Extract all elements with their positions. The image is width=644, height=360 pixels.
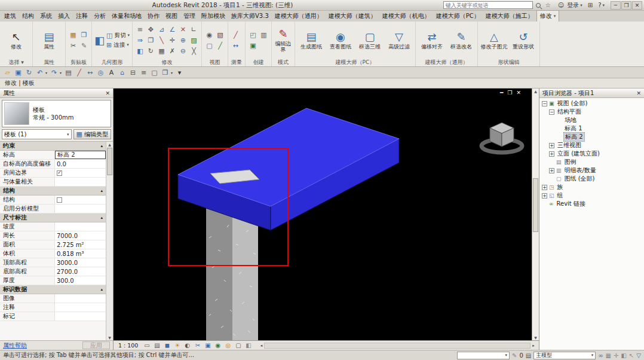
panel-measure-label[interactable]: 测量 bbox=[228, 59, 245, 66]
expander-icon[interactable]: + bbox=[549, 143, 554, 148]
match-type-icon[interactable]: ✎ bbox=[79, 41, 89, 51]
measure-between-icon[interactable]: ╱ bbox=[231, 30, 241, 40]
viewport-horizontal-scrollbar[interactable]: ◂ ▸ bbox=[258, 342, 536, 349]
box-select-3d-button[interactable]: ▢框选三维 bbox=[356, 30, 384, 50]
mirror-icon[interactable]: ◧ bbox=[135, 46, 145, 56]
property-value-room-bounding[interactable]: ✓ bbox=[55, 169, 106, 177]
panel-mode-label[interactable]: 模式 bbox=[272, 59, 295, 66]
property-value-structural[interactable] bbox=[55, 196, 106, 204]
scrollbar-thumb[interactable] bbox=[107, 148, 112, 175]
tab-modeling-master-pc[interactable]: 建模大师（PC） bbox=[433, 11, 483, 22]
tab-systems[interactable]: 系统 bbox=[37, 11, 55, 22]
tree-item-site[interactable]: 场地 bbox=[539, 116, 644, 124]
scroll-left-icon[interactable]: ◂ bbox=[258, 343, 264, 348]
tab-modeling-master-general[interactable]: 建模大师（通用） bbox=[272, 11, 326, 22]
tree-item-schedules[interactable]: +▥明细表/数量 bbox=[539, 166, 644, 175]
generate-sheet-button[interactable]: ▤生成图纸 bbox=[298, 30, 325, 50]
property-value-elevation-top[interactable]: 3000.0 bbox=[55, 258, 106, 267]
tree-item-level-1[interactable]: 标高 1 bbox=[539, 124, 644, 133]
expander-icon[interactable]: − bbox=[549, 109, 554, 115]
analytical-model-icon[interactable]: ◧ bbox=[244, 341, 253, 350]
expander-icon[interactable]: + bbox=[549, 151, 554, 157]
design-option-dropdown[interactable]: 主模型▾ bbox=[533, 352, 596, 359]
panel-properties-label[interactable]: 属性 bbox=[33, 59, 65, 66]
create-group-icon[interactable]: ◰ bbox=[248, 30, 258, 40]
panel-clipboard-label[interactable]: 剪贴板 bbox=[66, 59, 91, 66]
reveal-hidden-icon[interactable]: ◎ bbox=[223, 341, 232, 350]
copy-icon[interactable]: ❐ bbox=[146, 35, 156, 45]
tree-item-3d-views[interactable]: +三维视图 bbox=[539, 141, 644, 150]
save-icon[interactable]: ▣ bbox=[13, 68, 23, 77]
window-close-icon[interactable]: ✕ bbox=[632, 1, 642, 10]
rotate-icon[interactable]: ↻ bbox=[146, 46, 156, 56]
create-similar-icon[interactable]: ▣ bbox=[248, 41, 258, 51]
expander-icon[interactable]: + bbox=[542, 193, 547, 199]
demolish-icon[interactable]: ╳ bbox=[189, 46, 199, 56]
tree-item-structural-plans[interactable]: −结构平面 bbox=[539, 108, 644, 116]
filter-icon[interactable]: ▽ bbox=[636, 352, 641, 359]
tab-modeling-master-arch[interactable]: 建模大师（建筑） bbox=[326, 11, 379, 22]
tab-massing-site[interactable]: 体量和场地 bbox=[109, 11, 145, 22]
scrollbar-track[interactable] bbox=[264, 343, 530, 349]
scroll-up-icon[interactable]: ▲ bbox=[108, 142, 111, 147]
scroll-down-icon[interactable]: ▼ bbox=[108, 335, 111, 340]
temporary-hide-isolate-icon[interactable]: ◉ bbox=[213, 341, 222, 350]
panel-modify-label[interactable]: 修改 bbox=[133, 59, 201, 66]
select-links-icon[interactable]: ∞ bbox=[598, 352, 603, 359]
crop-view-icon[interactable]: ✂ bbox=[193, 341, 202, 350]
modify-sub-elements-button[interactable]: △修改子图元 bbox=[480, 30, 508, 50]
edit-boundary-button[interactable]: ✎编辑边界 bbox=[274, 27, 292, 53]
property-value-elevation-bottom[interactable]: 2700.0 bbox=[55, 267, 106, 276]
tab-architecture[interactable]: 建筑 bbox=[1, 11, 19, 22]
property-value-thickness[interactable]: 300.0 bbox=[55, 276, 106, 285]
join-icon[interactable]: ⊕ bbox=[178, 35, 188, 45]
offset-icon[interactable]: ⇒ bbox=[135, 35, 145, 45]
crop-region-icon[interactable]: ▣ bbox=[203, 341, 212, 350]
property-value-slope[interactable] bbox=[55, 222, 106, 231]
scroll-up-icon[interactable]: ▲ bbox=[534, 89, 537, 93]
property-value-related-to-mass[interactable] bbox=[55, 178, 106, 186]
property-value-height-offset-from-level[interactable]: 0.0 bbox=[55, 160, 106, 168]
temporary-view-properties-icon[interactable]: ▢ bbox=[234, 341, 243, 350]
join-geometry-button[interactable]: ⊞连接▾ bbox=[106, 41, 130, 49]
element-filter-dropdown[interactable]: 楼板 (1) ▾ bbox=[2, 129, 72, 139]
property-value-image[interactable] bbox=[55, 294, 106, 303]
3d-canvas[interactable]: ━❐✕ bbox=[114, 89, 532, 340]
sync-icon[interactable]: ↻ bbox=[24, 68, 34, 77]
type-selector[interactable]: 楼板 常规 - 300mm bbox=[2, 100, 111, 127]
viewport-close-icon[interactable]: ✕ bbox=[516, 90, 521, 96]
offset-align-button[interactable]: ⇄偏移对齐 bbox=[418, 30, 446, 50]
select-underlay-icon[interactable]: ▦ bbox=[606, 352, 611, 359]
scale-button[interactable]: 1 : 100 bbox=[116, 342, 140, 349]
tree-item-level-2[interactable]: 标高 2 bbox=[539, 133, 644, 141]
property-value-area[interactable]: 2.725 m² bbox=[55, 240, 106, 249]
view-sheet-button[interactable]: ◉查看图纸 bbox=[327, 30, 354, 50]
default-3d-view-icon[interactable]: ⌂ bbox=[117, 68, 127, 77]
close-icon[interactable]: ✕ bbox=[105, 90, 110, 96]
exchange-store-icon[interactable]: ⊞ bbox=[586, 2, 594, 8]
search-input[interactable] bbox=[443, 1, 533, 9]
properties-help-link[interactable]: 属性帮助 bbox=[3, 341, 27, 350]
property-section-1[interactable]: 结构▴ bbox=[0, 187, 106, 196]
tab-analyze[interactable]: 分析 bbox=[91, 11, 109, 22]
scrollbar-thumb[interactable] bbox=[533, 178, 538, 232]
property-value-enable-analytical-model[interactable] bbox=[55, 205, 106, 213]
select-by-face-icon[interactable]: ◧ bbox=[621, 352, 626, 359]
tab-family-master[interactable]: 族库大师V3.3 bbox=[228, 11, 272, 22]
tag-icon[interactable]: ◎ bbox=[96, 68, 106, 77]
create-assembly-icon[interactable]: ▥ bbox=[259, 30, 269, 40]
signin-button[interactable]: ☺登录▾ bbox=[554, 1, 585, 10]
panel-create-label[interactable]: 创建 bbox=[246, 59, 271, 66]
cut-geometry-button[interactable]: ◫剪切▾ bbox=[106, 32, 130, 39]
expander-icon[interactable]: + bbox=[542, 185, 547, 190]
tab-addins[interactable]: 附加模块 bbox=[198, 11, 228, 22]
hide-elements-icon[interactable]: ▢ bbox=[204, 41, 214, 51]
box-rename-button[interactable]: ✎框选改名 bbox=[447, 30, 475, 50]
paste-icon[interactable]: ▦ bbox=[68, 30, 78, 40]
properties-scrollbar[interactable]: ▲ ▼ bbox=[106, 142, 113, 340]
align-icon[interactable]: ≡ bbox=[135, 25, 145, 35]
tab-structure[interactable]: 结构 bbox=[19, 11, 37, 22]
cut-to-clipboard-icon[interactable]: ✂ bbox=[68, 41, 78, 51]
properties-button[interactable]: ▤属性 bbox=[35, 30, 63, 50]
redo-icon[interactable]: ↷ bbox=[49, 68, 59, 77]
